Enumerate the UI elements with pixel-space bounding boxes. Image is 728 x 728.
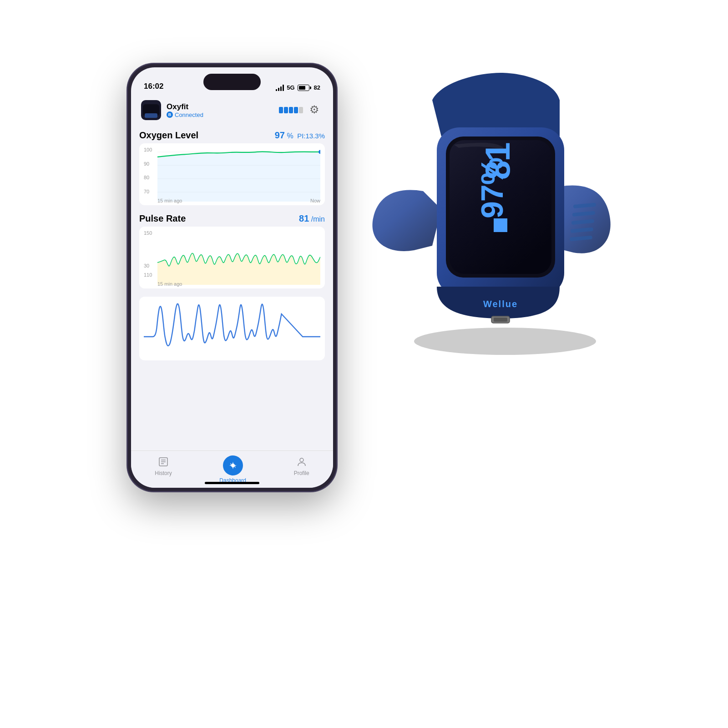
oxygen-y-labels: 100 90 80 70: [144, 147, 152, 194]
svg-point-9: [231, 464, 235, 467]
oxygen-x-labels: 15 min ago Now: [157, 198, 320, 203]
oxygen-unit: %: [287, 132, 293, 140]
pulse-y-30: 30: [144, 263, 149, 268]
profile-tab-label: Profile: [294, 470, 309, 476]
pulse-y-labels: 150 110 30: [144, 230, 152, 278]
pulse-y-110: 110: [144, 272, 152, 278]
oxygen-x-end: Now: [310, 198, 320, 203]
home-indicator: [205, 482, 259, 484]
tab-history[interactable]: History: [155, 455, 172, 476]
pulse-title: Pulse Rate: [139, 213, 186, 224]
tab-profile[interactable]: Profile: [294, 455, 309, 476]
oxygen-title: Oxygen Level: [139, 130, 198, 141]
oxygen-chart-header: Oxygen Level 97 % PI:13.3%: [139, 130, 325, 141]
oxygen-y-90: 90: [144, 161, 152, 167]
header-right: ⚙: [279, 103, 323, 117]
settings-button[interactable]: ⚙: [309, 103, 323, 117]
oxygen-value: 97: [275, 130, 285, 140]
pulse-x-labels: 15 min ago: [157, 281, 320, 287]
signal-icon: [276, 85, 284, 91]
oxygen-x-start: 15 min ago: [157, 198, 182, 203]
waveform-box: [139, 297, 325, 360]
svg-point-10: [300, 458, 303, 462]
oxygen-y-70: 70: [144, 189, 152, 194]
phone-screen: 16:02 5G 82: [131, 67, 333, 488]
device-battery-indicator: [279, 107, 303, 113]
pulse-value: 81: [299, 213, 309, 223]
scene: 16:02 5G 82: [114, 46, 614, 682]
device-thumbnail: [141, 100, 161, 120]
device-text: Oxyfit B Connected: [167, 102, 203, 118]
oxygen-y-80: 80: [144, 175, 152, 180]
dashboard-icon-bg: [223, 455, 243, 475]
pulse-section: Pulse Rate 81 /min 150 110 30: [139, 213, 325, 288]
waveform-svg: [144, 300, 320, 355]
status-icons: 5G 82: [276, 84, 320, 91]
oxygen-chart-svg-wrap: [157, 147, 320, 202]
oxygen-chart-svg: [157, 147, 320, 202]
pulse-unit: /min: [311, 215, 325, 223]
oxygen-pi: PI:13.3%: [297, 132, 325, 140]
device-name: Oxyfit: [167, 102, 203, 111]
oxygen-chart-box: 100 90 80 70: [139, 143, 325, 205]
status-time: 16:02: [144, 82, 163, 91]
app-content: Oxygen Level 97 % PI:13.3% 100 90 80 70: [131, 126, 333, 451]
svg-text:Wellue: Wellue: [483, 299, 518, 309]
waveform-section: [139, 297, 325, 360]
pulse-x-start: 15 min ago: [157, 281, 182, 287]
pulse-chart-header: Pulse Rate 81 /min: [139, 213, 325, 224]
profile-icon: [295, 455, 308, 468]
app-header: Oxyfit B Connected ⚙: [131, 96, 333, 125]
device-info: Oxyfit B Connected: [141, 100, 203, 120]
dynamic-island: [203, 74, 261, 90]
svg-rect-24: [494, 318, 507, 322]
battery-percent: 82: [314, 84, 320, 91]
oxygen-section: Oxygen Level 97 % PI:13.3% 100 90 80 70: [139, 130, 325, 205]
history-tab-label: History: [155, 470, 172, 476]
pulse-value-group: 81 /min: [299, 213, 325, 224]
pulse-y-150: 150: [144, 230, 152, 236]
phone: 16:02 5G 82: [127, 64, 337, 491]
pulse-chart-box: 150 110 30: [139, 227, 325, 288]
tab-dashboard[interactable]: Dashboard: [219, 455, 246, 484]
history-icon: [157, 455, 170, 468]
svg-rect-22: [494, 218, 507, 232]
bluetooth-icon: B: [167, 111, 173, 118]
network-type: 5G: [287, 84, 294, 91]
pulse-chart-svg: [157, 230, 320, 285]
svg-text:81: 81: [478, 143, 517, 180]
oxygen-y-100: 100: [144, 147, 152, 152]
device-status: B Connected: [167, 111, 203, 118]
svg-point-11: [414, 328, 596, 355]
oximeter-device: 97% 81 Wellue: [350, 46, 623, 364]
battery-icon: [298, 85, 311, 91]
pulse-chart-svg-wrap: [157, 230, 320, 285]
oxygen-value-group: 97 % PI:13.3%: [275, 130, 325, 141]
